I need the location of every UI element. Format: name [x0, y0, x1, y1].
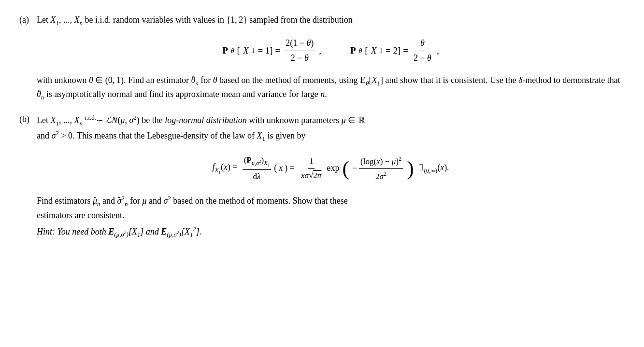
- label-a: (a): [19, 14, 37, 27]
- frac-exp-den: 2σ2: [374, 169, 388, 183]
- frac-a2: θ 2 − θ: [412, 37, 433, 65]
- para-b-body: Find estimators μ̂n and σ̂2n for μ and σ…: [37, 194, 625, 222]
- prob-symbol-2: P: [350, 43, 356, 57]
- open-paren: (: [342, 160, 349, 177]
- formula-a2: Pθ[X1 = 2] = θ 2 − θ ,: [350, 37, 439, 65]
- frac-a1-num: 2(1 − θ): [284, 37, 315, 51]
- exp-content: − (log(x) − μ)2 2σ2: [352, 154, 404, 183]
- formula-a1: Pθ[X1 = 1] = 2(1 − θ) 2 − θ ,: [222, 37, 321, 65]
- indicator: 𝟙(0,∞)(x).: [419, 161, 449, 176]
- content-b: Let X1, ..., Xn i.i.d.∼ ℒN(μ, σ2) be the…: [37, 113, 625, 243]
- frac-measure-num: (Pμ,σ2)X1: [243, 154, 272, 170]
- frac-a1-den: 2 − θ: [289, 51, 310, 65]
- exp-keyword: exp: [327, 162, 339, 175]
- frac-density-den: xσ√2π: [300, 169, 323, 182]
- label-b: (b): [19, 113, 37, 126]
- para-a-body: with unknown θ ∈ (0, 1). Find an estimat…: [37, 74, 625, 102]
- para-b-intro: Let X1, ..., Xn i.i.d.∼ ℒN(μ, σ2) be the…: [37, 113, 625, 143]
- frac-exp: (log(x) − μ)2 2σ2: [359, 154, 403, 183]
- problem-a: (a) Let X1, ..., Xn be i.i.d. random var…: [19, 14, 625, 104]
- formula-a-display: Pθ[X1 = 1] = 2(1 − θ) 2 − θ , Pθ[X1 = 2]…: [37, 37, 625, 65]
- frac-density-main: 1 xσ√2π: [300, 155, 323, 182]
- content-a: Let X1, ..., Xn be i.i.d. random variabl…: [37, 14, 625, 104]
- density-rhs: 1 xσ√2π exp ( − (log(x) − μ)2 2σ2 ): [299, 154, 449, 183]
- frac-measure-den: dλ: [251, 170, 262, 183]
- frac-a2-den: 2 − θ: [412, 51, 433, 65]
- para-b-hint: Hint: You need both E(μ,σ2)[X1] and E(μ,…: [37, 224, 625, 240]
- close-paren: ): [407, 160, 414, 177]
- para-a-intro: Let X1, ..., Xn be i.i.d. random variabl…: [37, 14, 625, 28]
- density-lhs: fX1(x) =: [212, 161, 237, 176]
- prob-symbol-1: P: [222, 43, 228, 57]
- frac-a2-num: θ: [419, 37, 426, 51]
- frac-exp-num: (log(x) − μ)2: [359, 154, 403, 169]
- frac-density-num: 1: [308, 155, 315, 168]
- frac-measure: (Pμ,σ2)X1 dλ: [243, 154, 272, 183]
- problem-b: (b) Let X1, ..., Xn i.i.d.∼ ℒN(μ, σ2) be…: [19, 113, 625, 243]
- density-mid: (Pμ,σ2)X1 dλ (x) =: [242, 154, 295, 183]
- frac-a1: 2(1 − θ) 2 − θ: [284, 37, 315, 65]
- formula-b-density: fX1(x) = (Pμ,σ2)X1 dλ (x) = 1 xσ√2π: [37, 154, 625, 183]
